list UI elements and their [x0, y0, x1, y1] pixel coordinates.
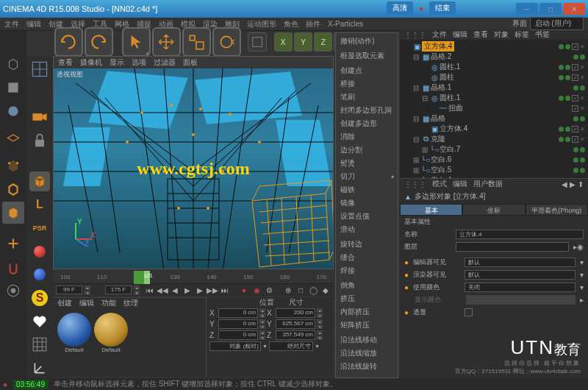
hd-button[interactable]: 高清 [387, 1, 413, 15]
axes-icon[interactable] [29, 358, 50, 378]
blue-ball-icon[interactable] [29, 264, 50, 285]
ctx-create-point[interactable]: 创建点 [336, 64, 398, 77]
record-button[interactable]: ● [239, 286, 249, 294]
psr-label[interactable]: PSR [29, 218, 50, 238]
workplane-button[interactable] [2, 124, 24, 146]
ctx-normal-scale[interactable]: 沿法线缩放 [336, 347, 398, 360]
prev-frame-button[interactable]: ◀ [170, 286, 180, 294]
end-frame[interactable]: 175 F [105, 286, 132, 294]
tree-row[interactable]: 〰扭曲✓✕ [400, 103, 588, 113]
cube-icon[interactable] [29, 171, 50, 192]
ctx-matrix-extrude[interactable]: 矩阵挤压 [336, 319, 398, 332]
ctx-undo[interactable]: 撤销(动作) [336, 35, 398, 48]
size-mode[interactable]: 绝对尺寸 [269, 341, 313, 351]
size-x[interactable]: 200 cm [276, 308, 315, 318]
attr-tab-edit[interactable]: 编辑 [453, 179, 467, 189]
goto-start-button[interactable]: ⏮ [145, 286, 155, 294]
y-lock-button[interactable]: Y [294, 32, 312, 52]
attr-use-color[interactable]: 关闭 [465, 283, 576, 292]
end-spinner[interactable]: ▴▾ [134, 286, 140, 295]
attr-subtab-phong[interactable]: 平滑着色(Phong) [526, 204, 588, 216]
tree-row[interactable]: ⊞└○空白.5 [400, 165, 588, 175]
texture-mode-button[interactable] [2, 100, 24, 122]
obj-tab-objects[interactable]: 对象 [494, 29, 509, 40]
ctx-slide[interactable]: 滑动 [336, 223, 398, 236]
vp-menu-panel[interactable]: 面板 [183, 57, 198, 68]
point-mode-button[interactable] [2, 155, 24, 177]
red-ball-icon[interactable] [29, 241, 50, 262]
ctx-bevel[interactable]: 倒角 [336, 279, 398, 292]
ctx-knife[interactable]: 切刀▸ [336, 170, 398, 183]
pos-z[interactable]: 0 cm [218, 330, 258, 340]
start-spinner[interactable]: ▴▾ [85, 286, 90, 295]
mat-tab-texture[interactable]: 纹理 [123, 298, 138, 308]
ctx-create-poly[interactable]: 创建多边形 [336, 117, 398, 130]
tree-row[interactable]: ◎圆柱.1✓✕ [400, 62, 588, 72]
attr-xray-checkbox[interactable] [465, 308, 473, 316]
ctx-dissolve[interactable]: 消除 [336, 130, 398, 143]
obj-tab-view[interactable]: 查看 [473, 29, 488, 40]
obj-tab-tags[interactable]: 标签 [514, 29, 529, 40]
menu-plugins[interactable]: 插件 [306, 19, 320, 29]
obj-tab-edit[interactable]: 编辑 [453, 29, 467, 40]
vp-menu-display[interactable]: 显示 [110, 57, 124, 68]
vp-menu-cameras[interactable]: 摄像机 [80, 57, 102, 68]
vp-menu-filter[interactable]: 过滤器 [154, 57, 176, 68]
material-2[interactable]: Default [94, 313, 128, 353]
soft-select-button[interactable] [2, 280, 24, 302]
ctx-normal-move[interactable]: 沿法线移动 [336, 333, 398, 347]
axis-l-icon[interactable]: L [29, 194, 50, 215]
menu-mograph[interactable]: 运动图形 [247, 19, 276, 29]
ctx-bridge[interactable]: 桥接 [336, 77, 398, 91]
timeline-ruler[interactable]: 100 110 120 130 140 150 160 170 121 [53, 271, 334, 284]
tree-row[interactable]: ⊟⧉克隆✓✕ [400, 134, 588, 144]
attr-tab-mode[interactable]: 模式 [432, 179, 447, 189]
ctx-close-hole[interactable]: 封闭多边形孔洞 [336, 104, 398, 117]
ctx-mirror[interactable]: 镜像 [336, 196, 398, 210]
scale-tool[interactable] [182, 27, 211, 57]
tree-row[interactable]: ⊟▦晶格.2 [400, 52, 588, 62]
rotate-tool[interactable] [212, 27, 241, 57]
pos-y[interactable]: 0 cm [218, 319, 258, 329]
mat-tab-function[interactable]: 功能 [101, 298, 116, 308]
camera-icon[interactable] [29, 107, 50, 127]
viewport-layout-button[interactable] [29, 59, 50, 79]
end-button[interactable]: 结束 [429, 1, 456, 15]
tree-row[interactable]: ⊟◎圆柱.1✓✕ [400, 93, 588, 103]
menu-xparticles[interactable]: X-Particles [328, 20, 363, 28]
axis-mode-button[interactable] [2, 233, 24, 255]
scale-key-button[interactable]: □ [295, 286, 306, 294]
attr-layer-field[interactable] [456, 242, 569, 252]
material-1[interactable]: Default [57, 313, 91, 353]
ctx-extrude[interactable]: 挤压 [336, 292, 398, 305]
viewport[interactable]: 查看 摄像机 显示 选项 过滤器 面板 透视视图 [53, 56, 334, 269]
history-button[interactable] [248, 32, 266, 52]
ctx-iron[interactable]: 熨烫 [336, 157, 398, 170]
playhead[interactable] [134, 271, 144, 284]
tree-row[interactable]: ⊞└○空白.7 [400, 144, 588, 155]
tree-row[interactable]: ⊟▦晶格 [400, 113, 588, 124]
vp-menu-view[interactable]: 查看 [58, 57, 73, 68]
heart-icon[interactable] [29, 311, 50, 332]
undo-button[interactable] [54, 27, 83, 57]
autokey-button[interactable]: ◉ [251, 286, 262, 294]
tree-row[interactable]: ▣立方体.4✓✕ [400, 41, 588, 52]
attr-subtab-coord[interactable]: 坐标 [462, 204, 525, 216]
obj-tab-bookmarks[interactable]: 书签 [535, 29, 550, 40]
size-z[interactable]: 357.549 cm [276, 330, 315, 340]
ctx-frame-sel[interactable]: 框显选取元素 [336, 49, 398, 63]
ctx-stitch[interactable]: 缝合 [336, 251, 398, 264]
menu-character[interactable]: 角色 [284, 19, 298, 29]
obj-tab-file[interactable]: 文件 [432, 29, 447, 40]
key-options-button[interactable]: ⚙ [264, 286, 274, 294]
make-editable-button[interactable] [2, 53, 24, 75]
rot-key-button[interactable]: ◯ [308, 286, 318, 294]
ctx-weld[interactable]: 焊接 [336, 264, 398, 277]
ctx-spin-edge[interactable]: 旋转边 [336, 238, 398, 251]
object-manager[interactable]: ▣立方体.4✓✕⊟▦晶格.2◎圆柱.1✓✕◎圆柱✓✕⊟▦晶格.1⊟◎圆柱.1✓✕… [400, 40, 588, 178]
ctx-magnet[interactable]: 磁铁 [336, 183, 398, 196]
ctx-normal-rotate[interactable]: 沿法线旋转 [336, 360, 398, 373]
layer-picker-icon[interactable]: ▸◉ [573, 243, 584, 251]
prev-key-button[interactable]: ◀◀ [157, 286, 168, 294]
pos-x[interactable]: 0 cm [218, 308, 258, 318]
